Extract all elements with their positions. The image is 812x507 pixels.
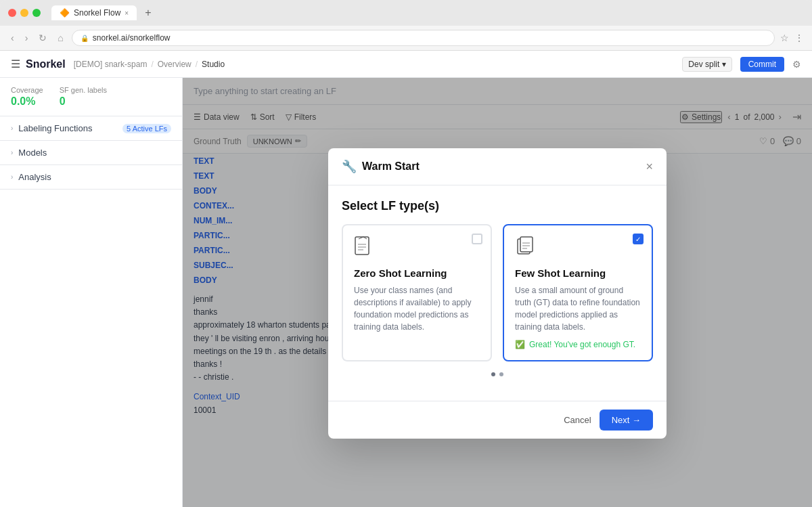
browser-actions: ☆ ⋮: [780, 32, 804, 43]
bookmark-icon[interactable]: ☆: [780, 32, 789, 43]
browser-titlebar: 🔶 Snorkel Flow × +: [0, 0, 812, 26]
sf-labels-label: SF gen. labels: [60, 86, 107, 94]
address-bar[interactable]: 🔒 snorkel.ai/snorkelflow: [72, 30, 775, 46]
modal-title: Warm Start: [362, 160, 646, 173]
few-shot-checkbox[interactable]: ✓: [633, 234, 644, 244]
sf-labels-value: 0: [60, 95, 107, 108]
close-dot[interactable]: [8, 9, 16, 17]
warm-start-icon: 🔧: [342, 159, 357, 174]
few-shot-card[interactable]: ✓ Few S: [503, 224, 653, 361]
lf-badge: 5 Active LFs: [122, 124, 171, 133]
maximize-dot[interactable]: [32, 9, 41, 17]
modal-subtitle: Select LF type(s): [342, 199, 653, 213]
settings-icon[interactable]: ⚙: [792, 59, 801, 70]
few-shot-desc: Use a small amount of ground truth (GT) …: [515, 284, 641, 333]
sidebar: Coverage 0.0% SF gen. labels 0 › Labelin…: [0, 78, 183, 507]
tab-close-button[interactable]: ×: [125, 9, 129, 17]
breadcrumb-part1: [DEMO] snark-spam: [74, 60, 148, 69]
sidebar-item-label: Labeling Functions: [18, 123, 122, 133]
check-circle-icon: ✅: [515, 340, 525, 349]
zero-shot-icon: [354, 236, 480, 262]
modal-footer: Cancel Next →: [328, 401, 667, 439]
lf-type-cards: Zero Shot Learning Use your class names …: [342, 224, 653, 361]
lock-icon: 🔒: [81, 35, 89, 42]
sf-labels-metric: SF gen. labels 0: [60, 86, 107, 108]
zero-shot-desc: Use your class names (and descriptions i…: [354, 284, 480, 333]
url-text: snorkel.ai/snorkelflow: [93, 33, 171, 43]
forward-button[interactable]: ›: [22, 31, 31, 45]
breadcrumb-part2: Overview: [158, 60, 191, 69]
zero-shot-checkbox[interactable]: [472, 234, 482, 244]
tab-icon: 🔶: [60, 8, 70, 18]
main-content: Coverage 0.0% SF gen. labels 0 › Labelin…: [0, 78, 812, 507]
refresh-button[interactable]: ↻: [36, 31, 49, 45]
svg-rect-0: [355, 237, 369, 255]
dev-split-dropdown[interactable]: Dev split ▾: [682, 57, 731, 72]
labeling-functions-section: › Labeling Functions 5 Active LFs: [0, 116, 182, 141]
home-button[interactable]: ⌂: [55, 31, 66, 45]
header-right: Dev split ▾ Commit ⚙: [682, 57, 801, 72]
breadcrumb-sep1: /: [151, 60, 153, 69]
commit-button[interactable]: Commit: [740, 57, 784, 72]
analysis-section: › Analysis: [0, 165, 182, 190]
browser-tab[interactable]: 🔶 Snorkel Flow ×: [51, 5, 137, 20]
modal-close-button[interactable]: ×: [646, 160, 653, 174]
chevron-icon: ›: [11, 149, 13, 156]
sidebar-item-label: Models: [18, 148, 171, 158]
few-shot-icon: [515, 236, 641, 262]
tab-title: Snorkel Flow: [74, 8, 120, 18]
zero-shot-title: Zero Shot Learning: [354, 267, 480, 279]
dot-1: [491, 372, 495, 376]
app-logo: Snorkel: [26, 58, 66, 70]
sidebar-item-models[interactable]: › Models: [0, 141, 182, 164]
app-header: ☰ Snorkel [DEMO] snark-spam / Overview /…: [0, 51, 812, 78]
models-section: › Models: [0, 141, 182, 165]
next-button[interactable]: Next →: [600, 410, 653, 431]
back-button[interactable]: ‹: [8, 31, 17, 45]
dev-split-label: Dev split ▾: [688, 60, 725, 69]
chevron-icon: ›: [11, 173, 13, 181]
coverage-value: 0.0%: [11, 95, 43, 108]
hamburger-icon[interactable]: ☰: [11, 58, 20, 70]
coverage-label: Coverage: [11, 86, 43, 94]
breadcrumb: [DEMO] snark-spam / Overview / Studio: [74, 60, 225, 69]
chevron-icon: ›: [11, 125, 13, 132]
coverage-metric: Coverage 0.0%: [11, 86, 43, 108]
status-text: Great! You've got enough GT.: [529, 340, 635, 349]
svg-rect-5: [520, 237, 533, 252]
breadcrumb-sep2: /: [196, 60, 198, 69]
modal-header: 🔧 Warm Start ×: [328, 148, 667, 185]
few-shot-status: ✅ Great! You've got enough GT.: [515, 340, 641, 349]
modal-overlay: 🔧 Warm Start × Select LF type(s): [183, 78, 812, 507]
zero-shot-card[interactable]: Zero Shot Learning Use your class names …: [342, 224, 492, 361]
sidebar-item-label: Analysis: [18, 172, 171, 182]
right-panel: Type anything to start creating an LF ☰ …: [183, 78, 812, 507]
cancel-button[interactable]: Cancel: [564, 415, 591, 425]
breadcrumb-current: Studio: [202, 60, 225, 69]
dot-2: [499, 372, 503, 376]
minimize-dot[interactable]: [20, 9, 28, 17]
sidebar-item-labeling-functions[interactable]: › Labeling Functions 5 Active LFs: [0, 116, 182, 140]
modal-body: Select LF type(s): [328, 185, 667, 401]
add-tab-button[interactable]: +: [145, 7, 151, 19]
sidebar-metrics: Coverage 0.0% SF gen. labels 0: [0, 78, 182, 116]
app: ☰ Snorkel [DEMO] snark-spam / Overview /…: [0, 51, 812, 507]
few-shot-title: Few Shot Learning: [515, 267, 641, 279]
browser-toolbar: ‹ › ↻ ⌂ 🔒 snorkel.ai/snorkelflow ☆ ⋮: [0, 26, 812, 51]
warm-start-modal: 🔧 Warm Start × Select LF type(s): [328, 148, 667, 439]
more-options-icon[interactable]: ⋮: [794, 32, 804, 43]
browser-dots: [8, 9, 41, 17]
dots-indicator: [342, 372, 653, 376]
sidebar-item-analysis[interactable]: › Analysis: [0, 165, 182, 189]
